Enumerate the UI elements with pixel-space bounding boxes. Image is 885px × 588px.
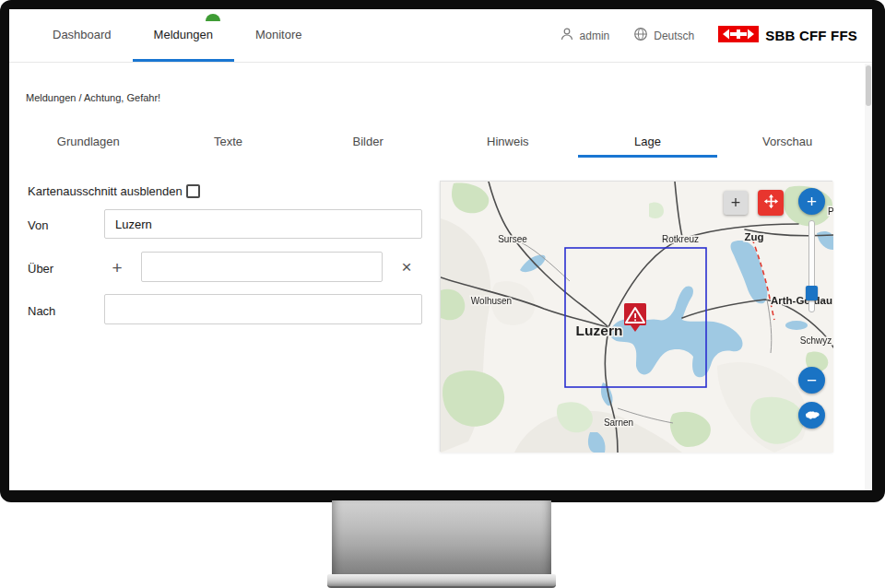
language-menu[interactable]: Deutsch xyxy=(633,27,694,44)
ueber-input[interactable] xyxy=(141,252,383,282)
scrollbar[interactable] xyxy=(865,64,872,490)
globe-icon xyxy=(633,27,648,44)
tab-lage[interactable]: Lage xyxy=(578,127,718,158)
map-label-luzern: Luzern xyxy=(576,323,623,338)
map-label-rotkreuz: Rotkreuz xyxy=(662,234,699,244)
nav-item-monitore[interactable]: Monitore xyxy=(234,9,324,62)
von-input[interactable] xyxy=(104,209,422,239)
monitor-bezel: Dashboard Meldungen Monitore admin xyxy=(0,0,885,502)
sbb-logo: SBB CFF FFS xyxy=(718,26,857,46)
zoom-in-button[interactable]: + xyxy=(798,188,825,215)
switzerland-icon xyxy=(804,406,820,426)
language-label: Deutsch xyxy=(654,29,694,42)
tab-label: Grundlagen xyxy=(57,135,120,148)
plus-icon: + xyxy=(731,194,741,213)
von-label: Von xyxy=(28,218,48,232)
lake-lauerz xyxy=(785,321,808,330)
tab-label: Lage xyxy=(634,135,661,148)
tab-vorschau[interactable]: Vorschau xyxy=(717,127,857,158)
plus-icon: + xyxy=(112,259,122,276)
page: Dashboard Meldungen Monitore admin xyxy=(0,0,885,588)
tab-texte[interactable]: Texte xyxy=(159,127,299,158)
tab-label: Texte xyxy=(214,135,242,148)
map-label-sarnen: Sarnen xyxy=(604,417,633,428)
ueber-label: Über xyxy=(28,262,53,276)
monitor-stand-base xyxy=(327,574,556,588)
top-nav: Dashboard Meldungen Monitore admin xyxy=(9,9,872,63)
move-icon xyxy=(763,194,779,212)
user-menu[interactable]: admin xyxy=(560,27,610,44)
person-icon xyxy=(560,27,574,44)
map-canvas[interactable]: Sursee Rotkreuz Zug Wolhusen Luzern Arth… xyxy=(441,182,833,453)
scrollbar-thumb[interactable] xyxy=(866,65,871,106)
clear-via-button[interactable]: × xyxy=(396,256,417,276)
map-pan-button[interactable] xyxy=(758,190,784,216)
tab-label: Hinweis xyxy=(487,135,529,148)
tab-hinweis[interactable]: Hinweis xyxy=(438,127,578,158)
hide-map-label: Kartenausschnitt ausblenden xyxy=(28,184,183,198)
tab-grundlagen[interactable]: Grundlagen xyxy=(18,127,159,158)
nach-input[interactable] xyxy=(104,294,422,324)
meldungen-badge xyxy=(206,14,220,21)
nach-label: Nach xyxy=(28,304,55,318)
nav-item-meldungen[interactable]: Meldungen xyxy=(133,9,234,62)
close-icon: × xyxy=(401,258,411,276)
zoom-out-button[interactable]: − xyxy=(798,367,825,394)
hide-map-checkbox[interactable] xyxy=(186,184,200,198)
tab-label: Bilder xyxy=(353,135,384,148)
breadcrumb: Meldungen / Achtung, Gefahr! xyxy=(26,92,160,103)
map-container[interactable]: Sursee Rotkreuz Zug Wolhusen Luzern Arth… xyxy=(440,181,832,452)
map-label-pf: Pf xyxy=(828,206,833,217)
map-label-arth-goldau: Arth-Goldau xyxy=(771,295,832,306)
sbb-logo-text: SBB CFF FFS xyxy=(765,28,857,43)
screen: Dashboard Meldungen Monitore admin xyxy=(9,9,872,490)
nav-item-label: Monitore xyxy=(255,28,302,41)
monitor-stand-neck xyxy=(332,500,551,576)
map-label-zug: Zug xyxy=(744,231,763,242)
nav-item-label: Meldungen xyxy=(154,28,213,41)
tab-bilder[interactable]: Bilder xyxy=(298,127,438,158)
tab-label: Vorschau xyxy=(762,135,812,148)
map-label-wolhusen: Wolhusen xyxy=(471,296,512,306)
plus-icon: + xyxy=(807,192,817,212)
tab-bar: Grundlagen Texte Bilder Hinweis Lage Vor… xyxy=(18,127,857,158)
zoom-slider-handle[interactable] xyxy=(806,286,818,300)
minus-icon: − xyxy=(807,370,817,391)
sbb-logo-mark-icon xyxy=(718,26,759,46)
user-label: admin xyxy=(580,29,610,42)
switzerland-extent-button[interactable] xyxy=(798,402,825,429)
nav-item-dashboard[interactable]: Dashboard xyxy=(31,9,133,62)
map-expand-button[interactable]: + xyxy=(724,191,748,215)
map-label-schwyz: Schwyz xyxy=(800,335,832,346)
nav-right: admin Deutsch SBB CFF FFS xyxy=(560,9,872,62)
add-via-button[interactable]: + xyxy=(107,257,127,277)
map-label-sursee: Sursee xyxy=(498,234,527,244)
nav-item-label: Dashboard xyxy=(53,28,112,41)
